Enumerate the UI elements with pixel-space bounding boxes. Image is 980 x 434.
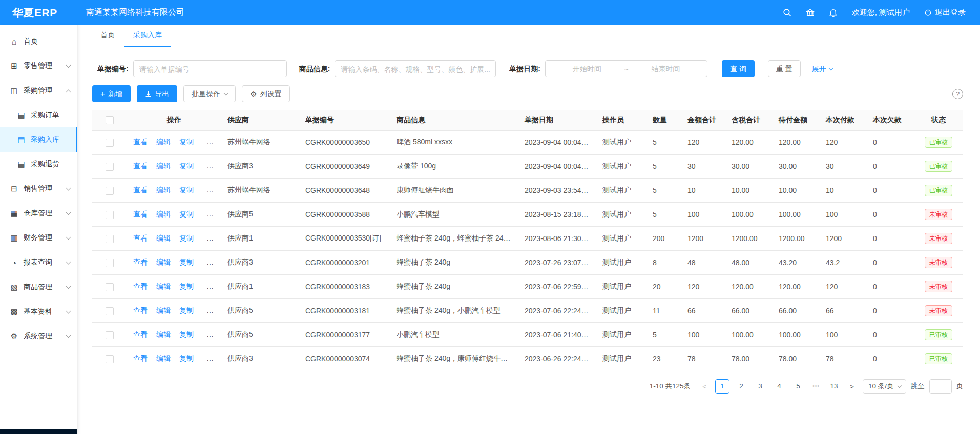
edit-link[interactable]: 编辑 [156, 162, 171, 170]
view-link[interactable]: 查看 [133, 234, 148, 242]
row-checkbox[interactable] [106, 211, 114, 219]
date-range-input[interactable]: 开始时间 ~ 结束时间 [545, 60, 707, 77]
edit-link[interactable]: 编辑 [156, 330, 171, 338]
row-checkbox[interactable] [106, 163, 114, 171]
edit-link[interactable]: 编辑 [156, 354, 171, 362]
search-button[interactable]: 查 询 [722, 60, 755, 77]
table-row: 查看编辑复制删除苏州蜗牛网络CGRK00000003648康师傅红烧牛肉面202… [92, 179, 963, 203]
copy-link[interactable]: 复制 [179, 234, 194, 242]
sidebar-item-goods[interactable]: ▧商品管理 [0, 275, 77, 299]
expand-toggle[interactable]: 展开 [812, 64, 832, 74]
edit-link[interactable]: 编辑 [156, 258, 171, 266]
edit-link[interactable]: 编辑 [156, 186, 171, 194]
sidebar-item-report[interactable]: ◔报表查询 [0, 250, 77, 275]
column-header-11: 本次欠款 [867, 110, 914, 131]
row-checkbox[interactable] [106, 307, 114, 315]
view-link[interactable]: 查看 [133, 354, 148, 362]
copy-link[interactable]: 复制 [179, 330, 194, 338]
row-checkbox[interactable] [106, 139, 114, 147]
edit-link[interactable]: 编辑 [156, 234, 171, 242]
select-all-checkbox[interactable] [106, 116, 114, 124]
bill-no-input[interactable] [133, 60, 287, 77]
pagination-page-1[interactable]: 1 [715, 379, 729, 394]
pagination-prev-button[interactable]: < [698, 383, 711, 390]
sidebar-item-purchase-order[interactable]: ▤采购订单 [0, 103, 77, 127]
pagination-summary: 1-10 共125条 [650, 382, 691, 391]
sidebar-item-system[interactable]: ⚙系统管理 [0, 324, 77, 349]
row-checkbox[interactable] [106, 235, 114, 243]
edit-link[interactable]: 编辑 [156, 306, 171, 314]
view-link[interactable]: 查看 [133, 306, 148, 314]
sidebar-item-basic[interactable]: ▩基本资料 [0, 299, 77, 324]
copy-link[interactable]: 复制 [179, 138, 194, 146]
pagination-page-4[interactable]: 4 [772, 379, 786, 394]
copy-link[interactable]: 复制 [179, 354, 194, 362]
view-link[interactable]: 查看 [133, 210, 148, 218]
pagination-page-2[interactable]: 2 [734, 379, 748, 394]
add-button[interactable]: + 新增 [92, 85, 131, 102]
view-link[interactable]: 查看 [133, 138, 148, 146]
status-badge: 已审核 [925, 161, 952, 172]
copy-link[interactable]: 复制 [179, 162, 194, 170]
view-link[interactable]: 查看 [133, 186, 148, 194]
chevron-down-icon [897, 383, 901, 387]
cell-debt: 0 [867, 227, 914, 251]
tab-home[interactable]: 首页 [91, 25, 124, 47]
view-link[interactable]: 查看 [133, 330, 148, 338]
pagination-next-button[interactable]: > [846, 383, 858, 390]
cell-operator: 测试用户 [596, 275, 647, 299]
edit-link[interactable]: 编辑 [156, 210, 171, 218]
jump-to-input[interactable] [929, 379, 952, 394]
row-checkbox[interactable] [106, 259, 114, 267]
sidebar-item-sale[interactable]: ⊟销售管理 [0, 177, 77, 201]
sidebar-item-finance[interactable]: ▥财务管理 [0, 226, 77, 250]
row-checkbox[interactable] [106, 355, 114, 363]
doc-icon: ▤ [17, 135, 26, 144]
page-size-select[interactable]: 10 条/页 [863, 379, 906, 394]
sidebar-item-warehouse[interactable]: ▦仓库管理 [0, 201, 77, 226]
sidebar-item-retail[interactable]: ⊞零售管理 [0, 54, 77, 78]
edit-link[interactable]: 编辑 [156, 282, 171, 290]
batch-actions-button[interactable]: 批量操作 [183, 85, 236, 102]
export-button[interactable]: 导出 [137, 85, 177, 102]
logout-button[interactable]: 退出登录 [924, 8, 966, 17]
doc-icon: ▤ [17, 111, 26, 120]
tab-purchase-in[interactable]: 采购入库 [124, 25, 171, 47]
copy-link[interactable]: 复制 [179, 282, 194, 290]
sale-icon: ⊟ [10, 184, 18, 193]
view-link[interactable]: 查看 [133, 258, 148, 266]
pagination-page-13[interactable]: 13 [827, 379, 841, 394]
search-icon[interactable] [783, 8, 791, 17]
copy-link[interactable]: 复制 [179, 306, 194, 314]
sidebar-collapse-bar[interactable] [0, 429, 77, 434]
divider [152, 331, 152, 338]
row-checkbox[interactable] [106, 283, 114, 291]
copy-link[interactable]: 复制 [179, 258, 194, 266]
column-header-7: 金额合计 [681, 110, 725, 131]
pagination-page-3[interactable]: 3 [753, 379, 767, 394]
copy-link[interactable]: 复制 [179, 186, 194, 194]
divider [175, 235, 175, 242]
sidebar-item-label: 系统管理 [24, 332, 67, 341]
bill-no-label: 单据编号: [97, 64, 129, 74]
goods-info-input[interactable] [335, 60, 496, 77]
sidebar-item-purchase-in[interactable]: ▤采购入库 [0, 127, 77, 152]
help-icon[interactable]: ? [952, 89, 963, 99]
sidebar-item-home[interactable]: ⌂首页 [0, 29, 77, 54]
column-settings-button[interactable]: ⚙ 列设置 [242, 85, 289, 102]
bank-icon[interactable] [806, 8, 815, 17]
sidebar-item-purchase[interactable]: ◫采购管理 [0, 78, 77, 103]
reset-button[interactable]: 重 置 [768, 60, 801, 77]
row-status-cell: 未审核 [914, 203, 963, 227]
app-logo: 华夏ERP [0, 6, 78, 20]
row-checkbox[interactable] [106, 331, 114, 339]
sidebar-item-purchase-return[interactable]: ▤采购退货 [0, 152, 77, 177]
view-link[interactable]: 查看 [133, 282, 148, 290]
edit-link[interactable]: 编辑 [156, 138, 171, 146]
view-link[interactable]: 查看 [133, 162, 148, 170]
copy-link[interactable]: 复制 [179, 210, 194, 218]
pagination-page-5[interactable]: 5 [791, 379, 805, 394]
bell-icon[interactable] [829, 8, 838, 17]
jump-to-label: 跳至 [911, 382, 925, 391]
row-checkbox[interactable] [106, 187, 114, 195]
